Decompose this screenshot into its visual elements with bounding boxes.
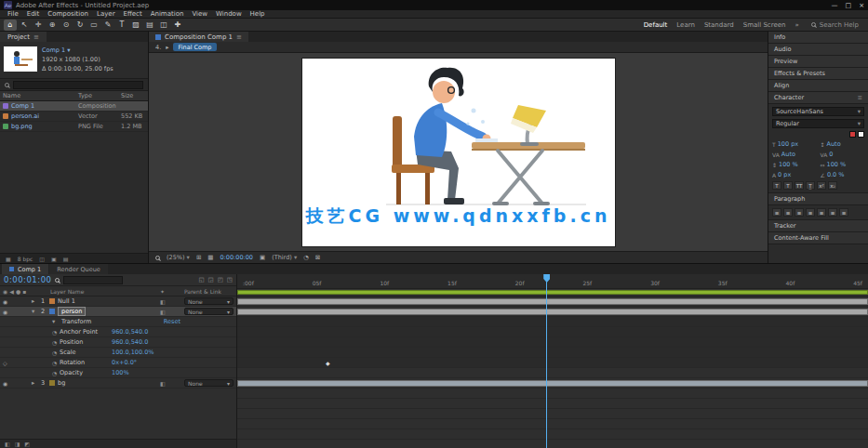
tab-composition[interactable]: Composition Comp 1 ≡ xyxy=(149,32,248,42)
workspace-small-screen-button[interactable]: Small Screen xyxy=(743,21,786,29)
timeline-tab-comp[interactable]: Comp 1 xyxy=(2,264,48,274)
property-value[interactable]: 0x+0.0° xyxy=(112,359,137,366)
timeline-graph-area[interactable]: :00f05f 10f15f 20f25f 30f35f 40f45f ◆ xyxy=(237,274,868,448)
expand-graph-editor-icon[interactable]: ◩ xyxy=(24,441,30,447)
fill-color-swatch[interactable] xyxy=(849,131,856,138)
panel-paragraph[interactable]: Paragraph xyxy=(768,193,868,205)
layer-name[interactable]: Null 1 xyxy=(58,297,160,305)
layer-row[interactable]: ◉ ▸ 1 Null 1 ◧ None▾ xyxy=(0,296,236,307)
tab-project[interactable]: Project ≡ xyxy=(0,32,47,42)
tsume-field[interactable]: ∠0.0 % xyxy=(820,171,864,178)
layer-duration-bar[interactable] xyxy=(237,380,868,387)
layer-switches[interactable]: ◧ xyxy=(160,309,184,315)
close-button[interactable]: × xyxy=(859,2,864,9)
workspace-default-button[interactable]: Default xyxy=(644,21,668,29)
underline-button[interactable]: T̲ xyxy=(806,181,815,190)
rotation-tool-icon[interactable]: ↻ xyxy=(73,20,87,31)
playhead[interactable] xyxy=(546,274,547,448)
twirl-icon[interactable]: ▾ xyxy=(52,318,61,325)
workspace-search[interactable]: Search Help xyxy=(811,21,859,29)
eye-icon[interactable]: ◉ xyxy=(3,309,7,315)
stopwatch-icon[interactable]: ◔ xyxy=(52,370,60,376)
tracking-field[interactable]: VA0 xyxy=(820,151,864,158)
type-tool-icon[interactable]: T xyxy=(115,20,128,31)
panel-preview[interactable]: Preview xyxy=(768,56,868,68)
layer-row-selected[interactable]: ◉ ▾ 2 person ◧ None▾ xyxy=(0,307,236,317)
zoom-select[interactable]: (25%) ▾ xyxy=(167,254,190,261)
timeline-tab-render-queue[interactable]: Render Queue xyxy=(49,264,108,274)
superscript-button[interactable]: x² xyxy=(817,181,826,190)
column-size[interactable]: Size xyxy=(121,92,145,99)
align-center-button[interactable]: ≡ xyxy=(783,208,793,217)
twirl-icon[interactable]: ▸ xyxy=(32,379,41,387)
align-right-button[interactable]: ≡ xyxy=(795,208,804,217)
menu-help[interactable]: Help xyxy=(250,10,265,18)
home-tool-icon[interactable]: ⌂ xyxy=(4,20,17,31)
new-composition-icon[interactable]: ▣ xyxy=(51,256,57,262)
column-type[interactable]: Type xyxy=(78,92,121,99)
viewer-current-time[interactable]: 0:00:00:00 xyxy=(220,254,253,261)
layer-name[interactable]: bg xyxy=(58,379,160,387)
horizontal-scale-field[interactable]: ⇔100 % xyxy=(820,161,864,168)
layer-duration-bar[interactable] xyxy=(237,309,868,315)
justify-last-left-button[interactable]: ≡ xyxy=(806,208,815,217)
grid-options-button[interactable]: ⊞ xyxy=(196,254,201,261)
asset-row[interactable]: Comp 1 Composition xyxy=(0,101,148,112)
work-area-track[interactable] xyxy=(237,289,868,296)
audio-column-icon[interactable]: ◀ xyxy=(9,288,14,295)
menu-file[interactable]: File xyxy=(7,10,19,18)
stopwatch-icon[interactable]: ◔ xyxy=(52,349,60,356)
resolution-select[interactable]: (Third) ▾ xyxy=(272,254,297,261)
justify-last-right-button[interactable]: ≡ xyxy=(828,208,837,217)
faux-italic-button[interactable]: T xyxy=(783,181,793,190)
stroke-color-swatch[interactable] xyxy=(858,131,864,138)
vertical-scale-field[interactable]: ⇕100 % xyxy=(772,161,817,168)
snapshot-button[interactable]: ▣ xyxy=(260,254,265,261)
viewer-panel-menu-icon[interactable]: ≡ xyxy=(236,33,242,41)
timeline-search-input[interactable] xyxy=(63,276,123,284)
panel-audio[interactable]: Audio xyxy=(768,44,868,56)
orbit-tool-icon[interactable]: ⊙ xyxy=(60,20,73,31)
pen-tool-icon[interactable]: ✎ xyxy=(101,20,114,31)
hide-shy-layers-icon[interactable]: ◰ xyxy=(218,276,223,283)
puppet-tool-icon[interactable]: ✚ xyxy=(171,20,184,31)
breadcrumb-active-comp[interactable]: Final Comp xyxy=(173,43,216,51)
twirl-icon[interactable]: ▸ xyxy=(32,297,41,305)
hand-tool-icon[interactable]: ✛ xyxy=(32,20,45,31)
menu-edit[interactable]: Edit xyxy=(27,10,40,18)
keyframe-nav-icon[interactable]: ◇ xyxy=(3,360,7,366)
stopwatch-icon[interactable]: ◔ xyxy=(52,339,60,346)
expand-transfer-controls-icon[interactable]: ◧ xyxy=(5,441,10,447)
eraser-tool-icon[interactable]: ◫ xyxy=(157,20,170,31)
frame-blending-icon[interactable]: ◳ xyxy=(227,276,233,283)
kerning-field[interactable]: VAAuto xyxy=(772,151,817,158)
baseline-shift-field[interactable]: A0 px xyxy=(772,171,817,178)
menu-layer[interactable]: Layer xyxy=(97,10,115,18)
label-color-swatch[interactable] xyxy=(49,309,55,314)
draft-3d-icon[interactable]: ◲ xyxy=(208,276,214,283)
character-panel-menu-icon[interactable]: ≡ xyxy=(858,94,862,101)
layer-switches[interactable]: ◧ xyxy=(160,298,184,305)
font-family-select[interactable]: SourceHanSans▾ xyxy=(772,107,864,116)
font-size-field[interactable]: T100 px xyxy=(772,140,817,148)
workspace-overflow-button[interactable]: » xyxy=(795,21,798,29)
switches-column-header[interactable]: ✦ xyxy=(160,288,184,295)
label-color-swatch[interactable] xyxy=(49,298,55,304)
property-row-scale[interactable]: ◔ Scale 100.0,100.0% xyxy=(0,348,236,358)
composition-canvas[interactable] xyxy=(302,59,615,246)
parent-link-column-header[interactable]: Parent & Link xyxy=(184,288,236,295)
selection-tool-icon[interactable]: ↖ xyxy=(18,20,31,31)
panel-content-aware-fill[interactable]: Content-Aware Fill xyxy=(768,232,868,244)
all-caps-button[interactable]: TT xyxy=(795,181,804,190)
panel-character[interactable]: Character ≡ xyxy=(768,92,868,104)
stopwatch-icon[interactable]: ◔ xyxy=(52,329,60,336)
property-value[interactable]: 960.0,540.0 xyxy=(112,328,148,336)
minimize-button[interactable]: — xyxy=(832,2,838,9)
time-ruler[interactable]: :00f05f 10f15f 20f25f 30f35f 40f45f xyxy=(237,274,868,289)
eye-icon[interactable]: ◉ xyxy=(3,298,7,305)
layer-name-column-header[interactable]: Layer Name xyxy=(32,288,160,295)
panel-effects-presets[interactable]: Effects & Presets xyxy=(768,68,868,80)
layer-name-edit-field[interactable]: person xyxy=(58,307,86,316)
property-value[interactable]: 960.0,540.0 xyxy=(112,338,148,346)
work-area-bar[interactable] xyxy=(237,290,868,295)
